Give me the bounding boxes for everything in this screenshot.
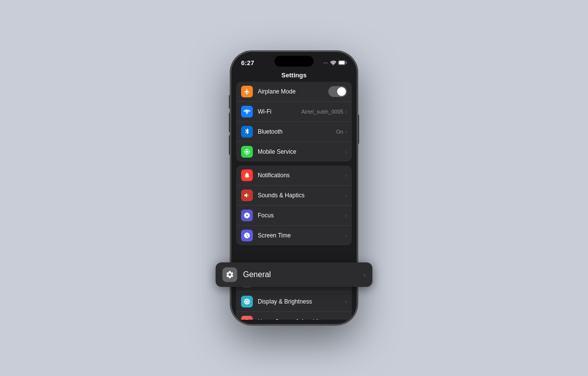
sounds-haptics-row[interactable]: Sounds & Haptics ›	[236, 186, 352, 206]
screen-time-icon	[241, 230, 253, 241]
toggle-knob	[337, 87, 346, 96]
wifi-value: Airtel_subh_0005	[301, 109, 343, 115]
airplane-mode-label: Airplane Mode	[258, 88, 328, 95]
airplane-mode-icon	[241, 86, 253, 97]
home-screen-icon	[241, 316, 253, 320]
notifications-row[interactable]: Notifications ›	[236, 165, 352, 186]
svg-point-4	[246, 151, 248, 153]
bluetooth-chevron: ›	[345, 129, 347, 135]
mobile-service-label: Mobile Service	[258, 148, 345, 155]
wifi-chevron: ›	[345, 109, 347, 115]
general-row[interactable]: General ›	[216, 262, 372, 287]
sounds-haptics-chevron: ›	[345, 193, 347, 198]
mobile-service-chevron: ›	[345, 149, 347, 155]
notifications-label: Notifications	[258, 172, 345, 179]
battery-icon	[338, 60, 347, 65]
wifi-icon	[330, 60, 336, 65]
airplane-mode-toggle[interactable]	[328, 86, 347, 97]
general-chevron: ›	[364, 271, 366, 279]
bluetooth-row[interactable]: Bluetooth On ›	[236, 122, 352, 142]
status-bar: 6:27 ···	[231, 52, 357, 70]
general-label: General	[243, 270, 364, 279]
bluetooth-value: On	[336, 129, 343, 135]
display-brightness-row[interactable]: Display & Brightness ›	[236, 292, 352, 312]
sounds-haptics-label: Sounds & Haptics	[258, 192, 345, 199]
airplane-mode-row[interactable]: Airplane Mode	[236, 82, 352, 102]
connectivity-group: Airplane Mode Wi-Fi Airtel_subh_0005	[236, 82, 352, 162]
status-time: 6:27	[241, 59, 254, 67]
settings-nav-title: Settings	[231, 70, 357, 82]
phone-device: 6:27 ···	[230, 51, 358, 325]
bluetooth-label: Bluetooth	[258, 128, 336, 135]
screen-time-chevron: ›	[345, 233, 347, 238]
focus-row[interactable]: Focus ›	[236, 206, 352, 226]
display-brightness-icon	[241, 296, 253, 307]
svg-rect-2	[339, 61, 345, 65]
dynamic-island	[274, 56, 314, 67]
screen-time-row[interactable]: Screen Time ›	[236, 226, 352, 245]
signal-dots-icon: ···	[323, 61, 328, 65]
focus-icon	[241, 210, 253, 221]
notifications-group: Notifications › Sounds & Haptics ›	[236, 165, 352, 245]
home-screen-label: Home Screen & App Library	[258, 318, 345, 320]
notifications-icon	[241, 169, 253, 181]
wifi-row[interactable]: Wi-Fi Airtel_subh_0005 ›	[236, 102, 352, 122]
mobile-service-row[interactable]: Mobile Service ›	[236, 142, 352, 162]
mobile-service-icon	[241, 146, 253, 158]
power-button[interactable]	[358, 115, 359, 144]
wifi-settings-icon	[241, 106, 253, 118]
home-screen-chevron: ›	[345, 319, 347, 320]
sounds-haptics-icon	[241, 189, 253, 201]
notifications-chevron: ›	[345, 173, 347, 178]
focus-label: Focus	[258, 212, 345, 219]
home-screen-row[interactable]: Home Screen & App Library ›	[236, 312, 352, 320]
focus-chevron: ›	[345, 213, 347, 218]
screen-time-label: Screen Time	[258, 232, 345, 239]
display-brightness-label: Display & Brightness	[258, 298, 345, 305]
general-icon	[222, 267, 237, 282]
wifi-label: Wi-Fi	[258, 108, 301, 115]
bluetooth-icon	[241, 126, 253, 138]
display-brightness-chevron: ›	[345, 299, 347, 305]
status-icons: ···	[323, 60, 347, 65]
svg-rect-1	[346, 62, 347, 64]
